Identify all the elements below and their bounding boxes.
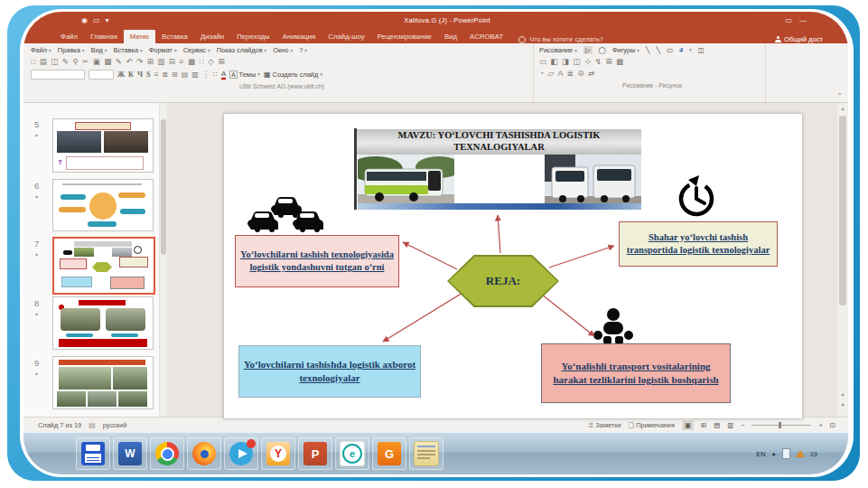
cars-icon: [244, 192, 327, 233]
wordart-button[interactable]: 4: [679, 46, 683, 54]
drawing-menu-row[interactable]: Рисование ▷ ◯ Фигуры ╲ ╲ ▭ 4 ▾ ◫: [539, 43, 765, 56]
tab-slideshow[interactable]: Слайд-шоу: [322, 30, 370, 43]
italic-button[interactable]: К: [128, 70, 134, 79]
classic-menubar[interactable]: ФайлПравкаВидВставкаФорматСервисПоказ сл…: [31, 43, 533, 56]
slide-thumbnail-7-selected[interactable]: [52, 237, 155, 295]
draw-menu[interactable]: Рисование: [539, 46, 577, 54]
zoom-slider[interactable]: [751, 425, 811, 426]
arrow-line-icon[interactable]: ╲: [657, 46, 660, 54]
spellcheck-icon[interactable]: ▤: [89, 421, 96, 429]
taskbar-icon-eset[interactable]: e: [335, 437, 369, 470]
box-bottom-left[interactable]: Yo‘lovchilarni tashishda logistik axboro…: [238, 345, 421, 398]
shapes-menu[interactable]: Фигуры: [612, 46, 639, 54]
taskbar-icon-telegram[interactable]: [224, 437, 258, 470]
person-icon: [775, 36, 781, 42]
taskbar-icon-word[interactable]: W: [113, 437, 147, 470]
taskbar-icon-chrome[interactable]: [150, 437, 184, 470]
slide-canvas[interactable]: MAVZU: YO‘LOVCHI TASHISHDA LOGISTIK TEXN…: [223, 113, 803, 419]
display-icon[interactable]: ▭: [93, 16, 100, 24]
minimize-button[interactable]: —: [799, 16, 807, 24]
tell-me-box[interactable]: Что вы хотите сделать?: [518, 35, 603, 43]
tray-clock[interactable]: 19: [810, 450, 817, 458]
reja-hexagon[interactable]: REJA:: [447, 255, 559, 307]
system-tray: EN ▲ 19: [756, 448, 817, 459]
previous-slide-icon[interactable]: ▴: [837, 390, 848, 397]
windows-taskbar: W Y P e: [23, 432, 848, 474]
tab-menu[interactable]: Меню: [124, 30, 155, 43]
qat-dropdown-icon[interactable]: ▾: [106, 16, 109, 24]
tab-review[interactable]: Рецензирование: [371, 30, 438, 43]
tab-acrobat[interactable]: ACROBAT: [463, 30, 509, 43]
language-indicator[interactable]: русский: [103, 421, 127, 429]
tray-warning-icon[interactable]: [796, 450, 805, 457]
new-slide-button[interactable]: ▦ Создать слайд▾: [264, 70, 322, 79]
tab-home[interactable]: Главная: [84, 30, 124, 43]
cursor-icon[interactable]: ▷: [583, 46, 593, 54]
normal-view-icon[interactable]: ▣: [682, 420, 694, 430]
font-name-box[interactable]: [31, 70, 85, 80]
comments-icon: ❑: [629, 421, 635, 429]
share-button[interactable]: Общий дост: [775, 35, 823, 43]
thumbnail-scrollbar[interactable]: [160, 103, 167, 417]
themes-icon: A: [229, 70, 237, 79]
collapse-ribbon-icon[interactable]: ⌃: [836, 92, 843, 100]
picture-icon[interactable]: ◫: [698, 46, 705, 54]
slide-thumbnail-5[interactable]: ?: [52, 118, 154, 173]
quick-access-toolbar[interactable]: ◉ ▭ ▾: [81, 16, 109, 24]
undo-icon[interactable]: ◉: [81, 16, 88, 24]
classic-menu-ribbon: ФайлПравкаВидВставкаФорматСервисПоказ сл…: [23, 43, 848, 103]
font-color-button[interactable]: А: [221, 70, 226, 80]
taskbar-icon-powerpoint[interactable]: P: [298, 437, 332, 470]
box-top-left[interactable]: Yo‘lovchilarni tashish texnologiyasida l…: [235, 235, 399, 287]
tab-view[interactable]: Вид: [438, 30, 463, 43]
notes-button[interactable]: ≣ Заметки: [588, 421, 621, 429]
tab-transitions[interactable]: Переходы: [230, 30, 276, 43]
tray-show-hidden-icon[interactable]: ▲: [771, 451, 777, 456]
slide-thumbnail-6[interactable]: [52, 179, 154, 231]
taskbar-icon-sticky-notes[interactable]: [409, 437, 443, 470]
shadow-button[interactable]: S: [146, 70, 151, 79]
textbox-icon[interactable]: ▭: [667, 46, 673, 54]
next-slide-icon[interactable]: ▾: [837, 401, 848, 408]
zoom-out-button[interactable]: −: [741, 421, 744, 429]
slideshow-icon[interactable]: ▥: [727, 421, 733, 429]
tab-insert[interactable]: Вставка: [155, 30, 194, 43]
slide-title[interactable]: MAVZU: YO‘LOVCHI TASHISHDA LOGISTIK TEXN…: [357, 129, 641, 155]
new-slide-icon: ▦: [264, 70, 271, 79]
tab-design[interactable]: Дизайн: [194, 30, 230, 43]
bold-button[interactable]: Ж: [117, 70, 125, 79]
underline-button[interactable]: Ч: [137, 70, 143, 79]
drawing-icons-row2[interactable]: ◔▱А≣⊝⇄: [539, 68, 765, 80]
comments-button[interactable]: ❑ Примечания: [629, 421, 675, 429]
powerpoint-window: ◉ ▭ ▾ Xalilova.G (J) - PowerPoint ▭ — Фа…: [23, 12, 848, 474]
line-icon[interactable]: ╲: [646, 46, 649, 54]
tray-language[interactable]: EN: [756, 450, 765, 458]
bus-photo-right[interactable]: [545, 155, 641, 208]
fit-slide-icon[interactable]: ⊡: [830, 421, 835, 429]
taskbar-icon-save-app[interactable]: [76, 437, 110, 470]
slide-thumbnail-9[interactable]: [52, 356, 154, 409]
slide-sorter-icon[interactable]: ⊞: [701, 421, 706, 429]
zoom-in-button[interactable]: +: [818, 421, 822, 429]
toolbar-format-row[interactable]: Ж К Ч S ≡≣⊞▤▥⋮∷ А A Темы▾ ▦ Создать слай…: [31, 68, 533, 80]
slide-thumbnail-8[interactable]: [52, 296, 154, 350]
font-size-box[interactable]: [89, 70, 114, 80]
reading-view-icon[interactable]: ▤: [714, 421, 720, 429]
taskbar-icon-firefox[interactable]: [187, 437, 221, 470]
ribbon-options-icon[interactable]: ▭: [785, 16, 792, 24]
taskbar-icon-yandex-browser[interactable]: Y: [261, 437, 295, 470]
driver-icon: [592, 307, 635, 345]
main-scrollbar[interactable]: ▴ ▴ ▾: [837, 103, 848, 417]
scroll-up-icon[interactable]: ▴: [837, 105, 848, 111]
tray-app-icon[interactable]: [782, 448, 790, 459]
taskbar-icon-g-app[interactable]: G: [372, 437, 406, 470]
bus-photo-left[interactable]: [358, 155, 454, 208]
box-bottom-right[interactable]: Yo‘nalishli transport vositalarining har…: [541, 343, 731, 403]
align-icons[interactable]: ≡≣⊞▤▥⋮∷: [154, 70, 218, 79]
box-top-right[interactable]: Shahar yo‘lovchi tashish transportida lo…: [619, 221, 778, 267]
tab-animations[interactable]: Анимация: [276, 30, 322, 43]
drawing-icons-row1[interactable]: ▭◧◨◫⊹↯⊞▩: [539, 56, 765, 68]
tab-file[interactable]: Файл: [54, 30, 84, 43]
toolbar-icons-row1[interactable]: □▤◫✎⚲✂▣▦✎↶↷⊞▥⊟≡▩∷◇⊞: [31, 56, 533, 68]
themes-button[interactable]: A Темы▾: [229, 70, 260, 79]
